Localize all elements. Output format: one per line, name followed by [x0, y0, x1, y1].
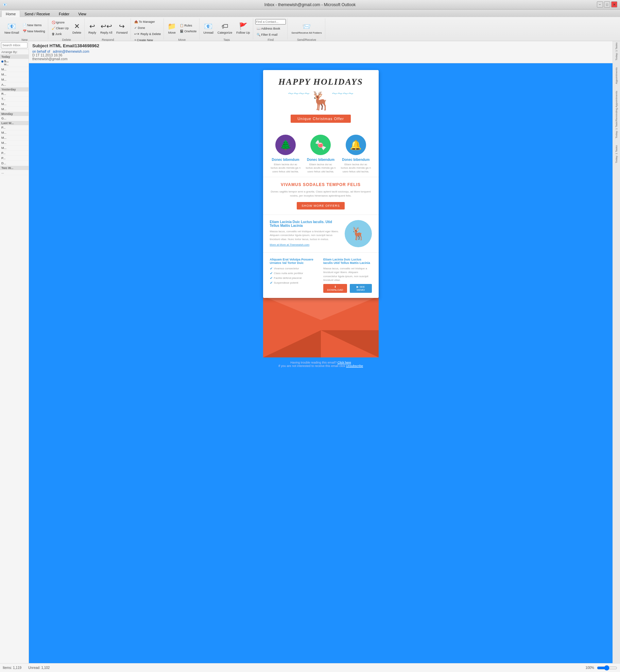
download-button[interactable]: ⬇ DOWNLOAD [323, 284, 347, 293]
tab-folder[interactable]: Folder [54, 10, 74, 17]
list-item[interactable]: G... [0, 116, 29, 121]
status-bar: Items: 1,119 Unread: 1,102 100% [0, 663, 620, 672]
filter-email-button[interactable]: 🔍 Filter E-mail [255, 32, 279, 37]
ribbon-group-find: 📖 Address Book 🔍 Filter E-mail Find [254, 18, 288, 39]
email-sender: M... [1, 68, 6, 71]
from-email: admin@themewish.com [53, 50, 89, 53]
email-sender: M... [1, 78, 6, 81]
panel-tasks-reminders[interactable]: Today: 1 Task/Reminding Appointments [615, 91, 618, 138]
list-item[interactable]: M... [0, 77, 29, 82]
icon-title-1: Donec bibendum [270, 158, 301, 162]
forward-button[interactable]: ↪ Forward [115, 19, 129, 37]
see-demo-button[interactable]: ▶ SEE DEMO [350, 284, 372, 293]
send-receive-all-button[interactable]: 📨 Send/Receive All Folders [290, 19, 323, 37]
list-item[interactable]: R... [0, 91, 29, 97]
email-sender: M... [1, 136, 6, 139]
list-item[interactable]: M... [0, 146, 29, 151]
email-sidebar: Arrange By: Today S... M... M... M... M.… [0, 41, 29, 670]
followup-button[interactable]: 🚩 Follow Up [235, 19, 252, 37]
maximize-button[interactable]: □ [604, 1, 610, 7]
list-item[interactable]: P... [0, 125, 29, 130]
move-icon: 📁 [168, 22, 176, 30]
list-item[interactable]: P... [0, 156, 29, 161]
new-meeting-button[interactable]: 📅 New Meeting [21, 29, 47, 34]
search-inbox-input[interactable] [1, 42, 28, 48]
bullet-2: ✔ Class nulla ante porttitor [270, 271, 318, 275]
click-here-link[interactable]: Click here [338, 361, 351, 364]
arrange-by-label: Arrange By: [0, 50, 29, 55]
rules-button[interactable]: 📋 Rules [178, 23, 198, 28]
list-item[interactable]: M... [0, 67, 29, 72]
zoom-slider[interactable] [597, 665, 617, 671]
zoom-level: 100% [585, 666, 594, 670]
list-item[interactable]: M... [0, 140, 29, 146]
section-title: VIVAMUS SODALES TEMPOR FELIS [270, 182, 372, 187]
cleanup-button[interactable]: 🧹 Clean Up [50, 26, 70, 31]
icon-item-1: 🌲 Donec bibendum Etiam lacinia dui ac lu… [270, 135, 301, 173]
email-sender: M... [1, 73, 6, 76]
tab-home[interactable]: Home [1, 10, 20, 17]
email-to: themewish@gmail.com [32, 57, 89, 61]
reply-all-button[interactable]: ↩↩ Reply All [99, 19, 114, 37]
onenote-button[interactable]: 📓 OneNote [178, 29, 198, 34]
reindeer-area: 〜〜〜〜 🦌 〜〜〜〜 [270, 90, 372, 111]
unsubscribe-link[interactable]: Unsubscribe [346, 364, 363, 368]
ignore-button[interactable]: 🚫 Ignore [50, 20, 70, 25]
unread-button[interactable]: 📧 Unread [202, 19, 215, 37]
list-item[interactable]: M... [0, 130, 29, 135]
list-item[interactable]: S... M... [0, 59, 29, 67]
delete-button[interactable]: ✕ Delete [71, 19, 83, 37]
icon-text-3: Etiam lacina dui ac luctus aculis menda … [341, 163, 371, 173]
article-link[interactable]: More at More at Themewish.com [270, 243, 341, 246]
unread-icon: 📧 [204, 22, 212, 30]
envelope-left-flap [263, 330, 321, 357]
email-date: D 1T 11.2013 16:36 [32, 53, 89, 57]
email-sender: G... [1, 117, 6, 120]
envelope-bottom [263, 296, 379, 357]
junk-button[interactable]: 🗑 Junk [50, 31, 70, 37]
new-email-button[interactable]: 📧 New Email [3, 19, 21, 37]
reply-button[interactable]: ↩ Reply [87, 19, 98, 37]
done-button[interactable]: ✓ Done [133, 25, 147, 31]
list-item[interactable]: M... [0, 107, 29, 112]
main-layout: Arrange By: Today S... M... M... M... M.… [0, 41, 620, 670]
find-contact-input[interactable] [255, 19, 286, 24]
minimize-button[interactable]: − [597, 1, 603, 7]
show-more-button[interactable]: SHOW MORE OFFERS [297, 202, 345, 209]
address-book-button[interactable]: 📖 Address Book [255, 26, 281, 31]
list-item[interactable]: M... [0, 135, 29, 140]
panel-appointments[interactable]: Appointments [615, 67, 618, 84]
email-sender: P... [1, 151, 5, 155]
list-item[interactable]: T... [0, 97, 29, 102]
delete-icon: ✕ [74, 22, 80, 30]
to-manager-button[interactable]: 📤 To Manager [133, 19, 156, 24]
list-item[interactable]: P... [0, 151, 29, 156]
ribbon-group-quicksteps: 📤 To Manager ✓ Done ↩✕ Reply & Delete + … [132, 18, 164, 39]
move-button[interactable]: 📁 Move [166, 19, 178, 37]
email-subject: Subject HTML Email1384698962 [32, 43, 609, 48]
envelope-right-flap [321, 330, 379, 357]
reply-delete-button[interactable]: ↩✕ Reply & Delete [133, 31, 162, 37]
panel-tasks-1[interactable]: Today: 1 Tasks [615, 43, 618, 61]
article-body: Massa lacus, convallis vel tristique a t… [270, 230, 341, 241]
icon-title-3: Donec bibendum [341, 158, 371, 162]
list-item[interactable]: M... [0, 72, 29, 77]
tab-send-receive[interactable]: Send / Receive [20, 10, 54, 17]
ribbon-group-tags: 📧 Unread 🏷 Categorize 🚩 Follow Up Tags [200, 18, 253, 39]
close-button[interactable]: ✕ [611, 1, 617, 7]
tab-view[interactable]: View [74, 10, 91, 17]
list-item[interactable]: A... [0, 82, 29, 87]
categorize-button[interactable]: 🏷 Categorize [216, 19, 234, 37]
ribbon-group-sendreceive: 📨 Send/Receive All Folders Send/Receive [288, 18, 325, 39]
list-item[interactable]: M... [0, 102, 29, 107]
new-items-button[interactable]: 📄 New Items [21, 22, 47, 28]
email-footer: Having trouble reading this email? Click… [275, 357, 366, 371]
title-bar: 📧 Inbox - themewish@gmail.com - Microsof… [0, 0, 620, 10]
ribbon-tab-bar: Home Send / Receive Folder View [0, 10, 620, 17]
panel-tasks-2[interactable]: Today: 1 Tasks [615, 145, 618, 163]
window-title: Inbox - themewish@gmail.com - Microsoft … [264, 2, 356, 7]
list-item[interactable]: D... [0, 161, 29, 166]
col-right-title: Etiam Lacinia Duic Luctus Iaculis Utid T… [323, 258, 372, 265]
email-sender: D... [1, 162, 6, 165]
list-item[interactable]: ... [0, 170, 29, 175]
